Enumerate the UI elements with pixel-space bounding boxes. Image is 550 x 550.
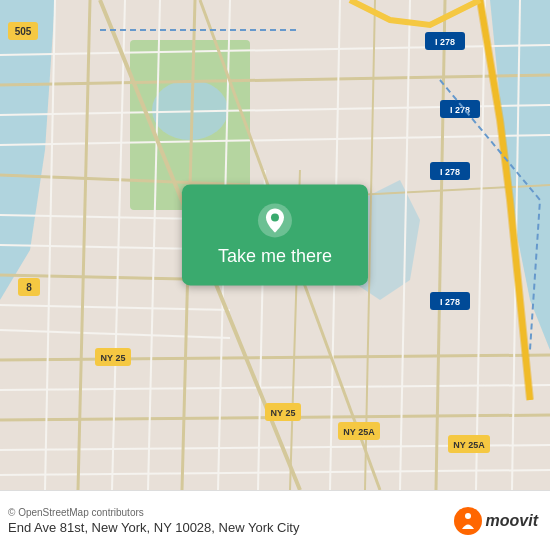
address-section: © OpenStreetMap contributors End Ave 81s… xyxy=(8,507,299,535)
svg-text:NY 25A: NY 25A xyxy=(453,440,485,450)
button-overlay: Take me there xyxy=(182,184,368,285)
map-container: 505 I 278 I 278 I 278 I 278 8 NY 25 NY 2… xyxy=(0,0,550,490)
bottom-bar: © OpenStreetMap contributors End Ave 81s… xyxy=(0,490,550,550)
svg-point-4 xyxy=(152,80,228,140)
copyright-text: © OpenStreetMap contributors xyxy=(8,507,299,518)
take-me-there-label: Take me there xyxy=(218,246,332,267)
moovit-logo-icon xyxy=(454,507,482,535)
svg-point-61 xyxy=(465,513,471,519)
svg-text:505: 505 xyxy=(15,26,32,37)
svg-text:NY 25: NY 25 xyxy=(101,353,126,363)
svg-point-60 xyxy=(454,507,482,535)
moovit-logo-text: moovit xyxy=(486,512,538,530)
moovit-logo[interactable]: moovit xyxy=(454,507,538,535)
svg-text:8: 8 xyxy=(26,282,32,293)
svg-text:NY 25: NY 25 xyxy=(271,408,296,418)
svg-text:I 278: I 278 xyxy=(435,37,455,47)
svg-text:I 278: I 278 xyxy=(440,297,460,307)
take-me-there-button[interactable]: Take me there xyxy=(182,184,368,285)
svg-text:I 278: I 278 xyxy=(440,167,460,177)
svg-text:NY 25A: NY 25A xyxy=(343,427,375,437)
address-text: End Ave 81st, New York, NY 10028, New Yo… xyxy=(8,520,299,535)
location-pin-icon xyxy=(257,202,293,238)
svg-point-59 xyxy=(271,213,279,221)
